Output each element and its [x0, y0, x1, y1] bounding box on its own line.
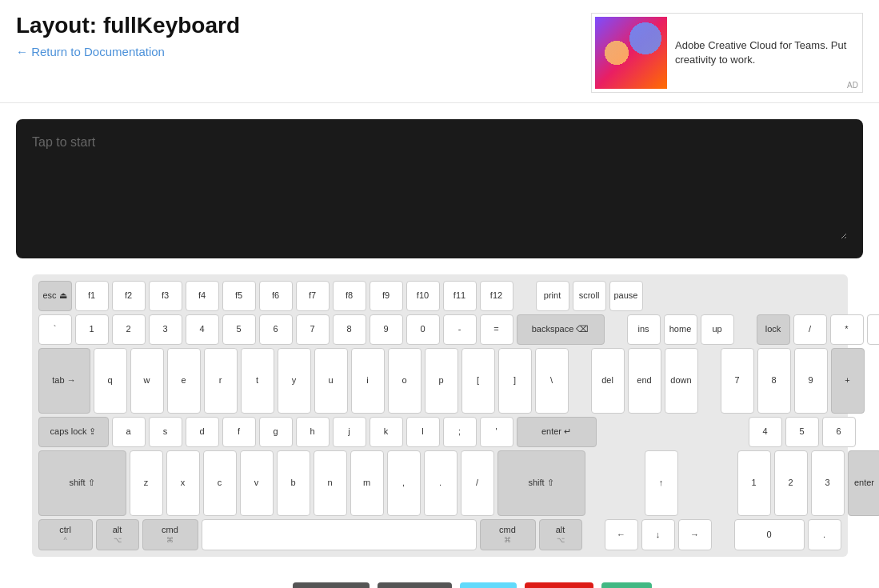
key-lbracket[interactable]: [ [461, 348, 495, 414]
key-arrow-down[interactable]: ↓ [641, 519, 675, 550]
key-caps-lock[interactable]: caps lock ⇪ [38, 417, 109, 447]
key-g[interactable]: g [259, 417, 293, 447]
key-num-star[interactable]: * [830, 314, 864, 345]
key-5[interactable]: 5 [222, 314, 256, 345]
btn-js-cdn[interactable]: JS (cdn) [378, 582, 451, 588]
key-alt-right[interactable]: alt ⌥ [539, 519, 582, 550]
key-period[interactable]: . [424, 450, 457, 516]
key-f9[interactable]: f9 [370, 281, 403, 311]
key-slash[interactable]: / [461, 450, 494, 516]
key-equals[interactable]: = [480, 314, 513, 345]
key-numpad-enter[interactable]: enter [848, 450, 880, 516]
key-j[interactable]: j [333, 417, 366, 447]
key-y[interactable]: y [278, 348, 311, 414]
key-f[interactable]: f [222, 417, 256, 447]
key-f3[interactable]: f3 [149, 281, 182, 311]
key-minus[interactable]: - [443, 314, 477, 345]
key-9[interactable]: 9 [370, 314, 403, 345]
key-down-nav[interactable]: down [665, 348, 698, 414]
key-f4[interactable]: f4 [186, 281, 219, 311]
key-backslash[interactable]: \ [535, 348, 569, 414]
key-8[interactable]: 8 [333, 314, 366, 345]
key-4[interactable]: 4 [186, 314, 219, 345]
key-f12[interactable]: f12 [480, 281, 513, 311]
key-cmd-right[interactable]: cmd ⌘ [480, 519, 536, 550]
key-q[interactable]: q [94, 348, 127, 414]
key-i[interactable]: i [351, 348, 385, 414]
btn-angular[interactable]: angular [525, 582, 594, 588]
key-b[interactable]: b [277, 450, 310, 516]
key-d[interactable]: d [186, 417, 219, 447]
key-num-2[interactable]: 2 [774, 450, 808, 516]
key-shift-left[interactable]: shift ⇧ [38, 450, 126, 516]
key-ins[interactable]: ins [627, 314, 661, 345]
key-f6[interactable]: f6 [259, 281, 293, 311]
key-s[interactable]: s [149, 417, 182, 447]
key-arrow-left[interactable]: ← [605, 519, 638, 550]
key-up-nav[interactable]: up [701, 314, 734, 345]
key-l[interactable]: l [406, 417, 440, 447]
key-w[interactable]: w [130, 348, 164, 414]
key-0[interactable]: 0 [406, 314, 440, 345]
key-shift-right[interactable]: shift ⇧ [497, 450, 585, 516]
key-u[interactable]: u [314, 348, 348, 414]
key-1[interactable]: 1 [75, 314, 109, 345]
key-h[interactable]: h [296, 417, 330, 447]
btn-vue[interactable]: vue [601, 582, 652, 588]
key-f11[interactable]: f11 [443, 281, 477, 311]
key-end[interactable]: end [628, 348, 661, 414]
key-k[interactable]: k [370, 417, 403, 447]
key-home[interactable]: home [664, 314, 697, 345]
key-del[interactable]: del [591, 348, 625, 414]
key-x[interactable]: x [166, 450, 200, 516]
key-p[interactable]: p [425, 348, 458, 414]
key-comma[interactable]: , [387, 450, 421, 516]
btn-react[interactable]: react [460, 582, 517, 588]
key-num-0[interactable]: 0 [734, 519, 805, 550]
key-r[interactable]: r [204, 348, 238, 414]
key-num-1[interactable]: 1 [737, 450, 771, 516]
key-e[interactable]: e [167, 348, 201, 414]
key-num-dot[interactable]: . [808, 519, 841, 550]
key-ctrl[interactable]: ctrl ^ [38, 519, 93, 550]
key-num-slash[interactable]: / [793, 314, 827, 345]
key-c[interactable]: c [203, 450, 237, 516]
key-quote[interactable]: ' [480, 417, 513, 447]
key-num-6[interactable]: 6 [822, 417, 856, 447]
key-alt-left[interactable]: alt ⌥ [96, 519, 139, 550]
key-n[interactable]: n [314, 450, 347, 516]
key-7[interactable]: 7 [296, 314, 330, 345]
key-scroll[interactable]: scroll [573, 281, 606, 311]
key-6[interactable]: 6 [259, 314, 293, 345]
btn-js-npm[interactable]: JS (npm) [293, 582, 370, 588]
key-num-8[interactable]: 8 [757, 348, 791, 414]
key-f1[interactable]: f1 [75, 281, 109, 311]
key-t[interactable]: t [241, 348, 274, 414]
key-num-5[interactable]: 5 [785, 417, 819, 447]
key-tab[interactable]: tab → [38, 348, 90, 414]
key-o[interactable]: o [388, 348, 422, 414]
key-num-4[interactable]: 4 [749, 417, 782, 447]
key-space[interactable] [202, 519, 477, 550]
key-z[interactable]: z [130, 450, 163, 516]
ad-banner[interactable]: Adobe Creative Cloud for Teams. Put crea… [591, 13, 863, 93]
key-enter[interactable]: enter ↵ [517, 417, 597, 447]
key-3[interactable]: 3 [149, 314, 182, 345]
key-num-7[interactable]: 7 [721, 348, 754, 414]
key-numlock[interactable]: lock [757, 314, 790, 345]
key-semicolon[interactable]: ; [443, 417, 477, 447]
key-print[interactable]: print [536, 281, 569, 311]
key-m[interactable]: m [350, 450, 384, 516]
key-num-minus[interactable]: - [867, 314, 880, 345]
back-link[interactable]: ← Return to Documentation [16, 45, 240, 58]
key-a[interactable]: a [112, 417, 146, 447]
key-num-plus[interactable]: + [831, 348, 865, 414]
key-f8[interactable]: f8 [333, 281, 366, 311]
key-backspace[interactable]: backspace ⌫ [517, 314, 605, 345]
key-arrow-up[interactable]: ↑ [645, 450, 678, 516]
demo-textarea[interactable] [32, 135, 847, 239]
key-f5[interactable]: f5 [222, 281, 256, 311]
key-pause[interactable]: pause [609, 281, 643, 311]
key-cmd-left[interactable]: cmd ⌘ [142, 519, 198, 550]
key-v[interactable]: v [240, 450, 274, 516]
